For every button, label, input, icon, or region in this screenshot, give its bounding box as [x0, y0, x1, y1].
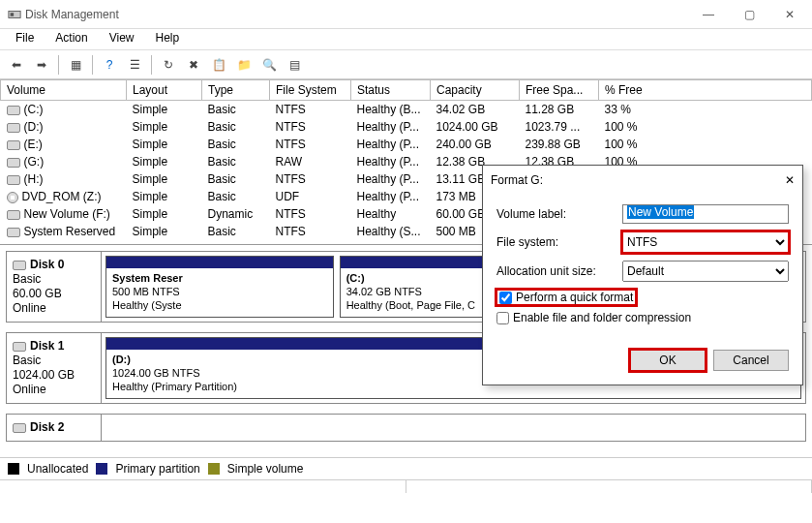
back-icon[interactable]: ⬅: [6, 54, 27, 76]
volume-icon: [7, 140, 20, 150]
delete-icon[interactable]: ✖: [183, 54, 204, 76]
volume-icon: [7, 210, 20, 220]
titlebar: Disk Management — ▢ ✕: [0, 0, 812, 29]
volume-icon: [7, 158, 20, 168]
compression-label: Enable file and folder compression: [513, 311, 691, 324]
col-layout[interactable]: Layout: [127, 80, 202, 101]
ok-button[interactable]: OK: [630, 350, 706, 371]
volume-icon: [7, 228, 20, 237]
maximize-button[interactable]: ▢: [729, 2, 769, 27]
partition[interactable]: System Reser500 MB NTFSHealthy (Syste: [105, 256, 334, 318]
compression-checkbox[interactable]: [496, 312, 509, 324]
volume-icon: [7, 175, 20, 185]
legend-unallocated: Unallocated: [27, 462, 88, 476]
disk-icon: [13, 342, 26, 352]
file-system-label: File system:: [496, 235, 622, 249]
dialog-close-icon[interactable]: ✕: [785, 173, 795, 187]
rescan-icon[interactable]: 🔍: [258, 54, 280, 76]
table-row[interactable]: (E:)SimpleBasicNTFSHealthy (P...240.00 G…: [1, 136, 812, 153]
properties-icon[interactable]: 📋: [208, 54, 229, 76]
col-fs[interactable]: File System: [270, 80, 351, 101]
format-dialog: Format G: ✕ Volume label: New Volume Fil…: [482, 165, 803, 385]
volume-label-input[interactable]: New Volume: [622, 204, 789, 224]
minimize-button[interactable]: —: [688, 2, 729, 27]
dvd-icon: [7, 192, 18, 203]
menu-help[interactable]: Help: [146, 29, 190, 49]
volume-icon: [7, 106, 20, 115]
refresh-icon[interactable]: ↻: [158, 54, 179, 76]
legend-primary: Primary partition: [115, 462, 199, 476]
col-type[interactable]: Type: [202, 80, 270, 101]
menu-action[interactable]: Action: [45, 29, 97, 49]
allocation-unit-label: Allocation unit size:: [496, 264, 622, 278]
disk-header[interactable]: Disk 0Basic60.00 GBOnline: [7, 252, 102, 322]
menu-view[interactable]: View: [100, 29, 144, 49]
disk-header[interactable]: Disk 1Basic1024.00 GBOnline: [7, 333, 102, 403]
toolbar: ⬅ ➡ ▦ ? ☰ ↻ ✖ 📋 📁 🔍 ▤: [0, 50, 812, 79]
volume-table-header[interactable]: Volume Layout Type File System Status Ca…: [1, 80, 812, 101]
statusbar: [0, 479, 812, 493]
help-icon[interactable]: ?: [99, 54, 120, 76]
legend-swatch-unallocated: [8, 463, 19, 475]
legend: Unallocated Primary partition Simple vol…: [0, 457, 812, 479]
explore-icon[interactable]: 📁: [233, 54, 255, 76]
app-icon: [8, 7, 25, 21]
dialog-title: Format G:: [491, 173, 785, 187]
col-capacity[interactable]: Capacity: [431, 80, 520, 101]
legend-simple: Simple volume: [227, 462, 304, 476]
settings-icon[interactable]: ▤: [284, 54, 305, 76]
svg-rect-1: [11, 13, 15, 16]
disk-row: Disk 2: [6, 414, 806, 442]
volume-label-label: Volume label:: [496, 207, 622, 221]
disk-header[interactable]: Disk 2: [7, 415, 102, 441]
disk-body: [102, 415, 805, 441]
col-status[interactable]: Status: [351, 80, 431, 101]
legend-swatch-simple: [208, 463, 220, 475]
list-icon[interactable]: ☰: [124, 54, 145, 76]
close-button[interactable]: ✕: [769, 2, 810, 27]
menubar: File Action View Help: [0, 29, 812, 50]
col-volume[interactable]: Volume: [1, 80, 127, 101]
allocation-unit-select[interactable]: Default: [622, 261, 789, 282]
col-pct[interactable]: % Free: [599, 80, 812, 101]
volume-icon: [7, 123, 20, 133]
table-row[interactable]: (C:)SimpleBasicNTFSHealthy (B...34.02 GB…: [1, 101, 812, 119]
col-free[interactable]: Free Spa...: [520, 80, 599, 101]
show-hide-tree-icon[interactable]: ▦: [65, 54, 86, 76]
menu-file[interactable]: File: [6, 29, 44, 49]
file-system-select[interactable]: NTFS: [622, 231, 789, 253]
quick-format-label: Perform a quick format: [516, 291, 633, 304]
quick-format-checkbox[interactable]: [499, 292, 512, 304]
table-row[interactable]: (D:)SimpleBasicNTFSHealthy (P...1024.00 …: [1, 118, 812, 136]
forward-icon[interactable]: ➡: [31, 54, 52, 76]
disk-icon: [13, 261, 26, 270]
legend-swatch-primary: [96, 463, 107, 475]
disk-icon: [13, 423, 26, 433]
window-title: Disk Management: [25, 8, 688, 21]
cancel-button[interactable]: Cancel: [713, 350, 789, 371]
